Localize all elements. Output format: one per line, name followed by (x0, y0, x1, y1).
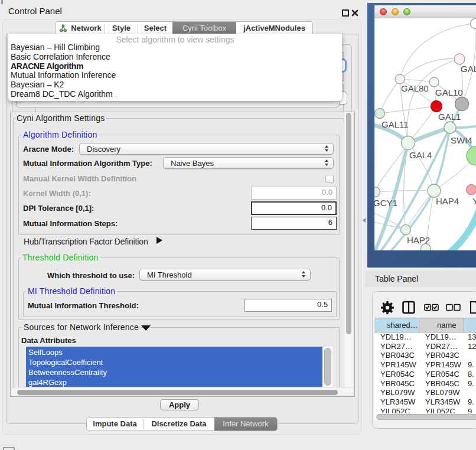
svg-text:GCY1: GCY1 (374, 198, 397, 208)
svg-text:SWI4: SWI4 (451, 135, 472, 145)
svg-text:GAL11: GAL11 (382, 119, 409, 129)
svg-text:GAL7: GAL7 (461, 64, 476, 74)
svg-text:HAP4: HAP4 (436, 196, 459, 206)
svg-text:GAL4: GAL4 (409, 150, 432, 160)
svg-text:GAL80: GAL80 (401, 83, 429, 93)
svg-text:HAP2: HAP2 (407, 235, 430, 245)
svg-text:GAL10: GAL10 (435, 87, 463, 97)
svg-text:GAL1: GAL1 (438, 112, 461, 122)
svg-text:Y: Y (472, 196, 476, 206)
